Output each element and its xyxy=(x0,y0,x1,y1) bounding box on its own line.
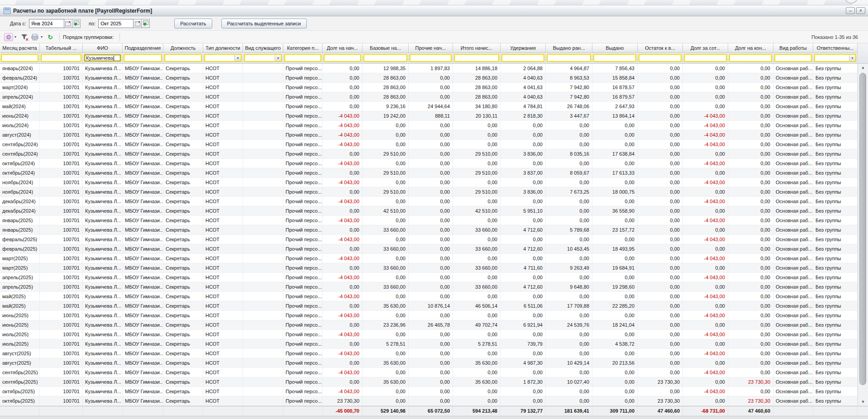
date-to-input[interactable] xyxy=(98,19,134,28)
refresh-icon[interactable]: ↻ xyxy=(45,33,55,42)
column-header-debt-employee[interactable]: Долг за сот... xyxy=(683,43,728,53)
scrollbar-thumb[interactable] xyxy=(859,73,866,385)
table-row[interactable]: июль(2024)100701Кузьмичева Л...МБОУ Гимн… xyxy=(0,121,868,130)
table-row[interactable]: февраль(2025)100701Кузьмичева Л...МБОУ Г… xyxy=(0,235,868,244)
table-row[interactable]: октябрь(2024)100701Кузьмичева Л...МБОУ Г… xyxy=(0,168,868,178)
column-header-employee-kind[interactable]: Вид служащего xyxy=(243,43,283,53)
table-row[interactable]: февраль(2025)100701Кузьмичева Л...МБОУ Г… xyxy=(0,244,868,254)
clear-filter-icon[interactable]: × xyxy=(19,33,29,42)
filter-employee-kind-input[interactable] xyxy=(245,55,275,61)
filter-fio-input[interactable]: Кузьмичева xyxy=(85,55,120,61)
column-header-department[interactable]: Подразделение xyxy=(123,43,163,53)
settings-gear-icon[interactable]: ⚙ xyxy=(4,33,14,42)
table-row[interactable]: ноябрь(2024)100701Кузьмичева Л...МБОУ Ги… xyxy=(0,187,868,197)
filter-position-type-dropdown-icon[interactable]: ▾ xyxy=(234,55,241,61)
table-row[interactable]: июнь(2025)100701Кузьмичева Л...МБОУ Гимн… xyxy=(0,311,868,320)
settings-dropdown-icon[interactable]: ▾ xyxy=(14,35,16,39)
table-row[interactable]: январь(2025)100701Кузьмичева Л...МБОУ Ги… xyxy=(0,225,868,235)
vertical-scrollbar[interactable]: ▲ ▼ xyxy=(858,64,868,406)
column-header-remainder[interactable]: Остаток к в... xyxy=(638,43,683,53)
table-row[interactable]: июль(2025)100701Кузьмичева Л...МБОУ Гимн… xyxy=(0,339,868,349)
table-row[interactable]: август(2024)100701Кузьмичева Л...МБОУ Ги… xyxy=(0,130,868,140)
column-header-month[interactable]: Месяц расчета xyxy=(0,43,40,53)
date-from-input[interactable] xyxy=(29,19,64,28)
calculate-button[interactable]: Рассчитать xyxy=(174,19,212,29)
filter-total-accruals-input[interactable] xyxy=(455,55,498,61)
table-row[interactable]: октябрь(2024)100701Кузьмичева Л...МБОУ Г… xyxy=(0,159,868,168)
column-header-other-accruals[interactable]: Прочие нач... xyxy=(409,43,453,53)
date-from-calendar-icon[interactable] xyxy=(64,19,72,28)
column-header-paid-earlier[interactable]: Выдано ран... xyxy=(546,43,592,53)
print-icon[interactable] xyxy=(30,33,40,42)
date-to-calendar-icon[interactable] xyxy=(134,19,142,28)
calculate-selected-button[interactable]: Рассчитать выделенные записи xyxy=(221,19,307,29)
column-header-paid[interactable]: Выдано xyxy=(592,43,638,53)
filter-category-input[interactable] xyxy=(285,55,320,61)
filter-base-accruals-input[interactable] xyxy=(364,55,406,61)
table-row[interactable]: сентябрь(2025)100701Кузьмичева Л...МБОУ … xyxy=(0,377,868,387)
table-row[interactable]: май(2025)100701Кузьмичева Л...МБОУ Гимна… xyxy=(0,292,868,301)
table-row[interactable]: апрель(2024)100701Кузьмичева Л...МБОУ Ги… xyxy=(0,92,868,102)
table-row[interactable]: август(2025)100701Кузьмичева Л...МБОУ Ги… xyxy=(0,358,868,368)
table-row[interactable]: май(2024)100701Кузьмичева Л...МБОУ Гимна… xyxy=(0,102,868,111)
column-header-total-accruals[interactable]: Итого начис... xyxy=(453,43,501,53)
table-row[interactable]: октябрь(2025)100701Кузьмичева Л...МБОУ Г… xyxy=(0,396,868,406)
column-header-deductions[interactable]: Удержания xyxy=(501,43,546,53)
table-row[interactable]: ноябрь(2024)100701Кузьмичева Л...МБОУ Ги… xyxy=(0,178,868,187)
column-header-base-accruals[interactable]: Базовые на... xyxy=(362,43,409,53)
filter-remainder-input[interactable] xyxy=(639,55,681,61)
date-from-pick-icon[interactable] xyxy=(72,19,81,28)
table-row[interactable]: март(2025)100701Кузьмичева Л...МБОУ Гимн… xyxy=(0,263,868,273)
table-row[interactable]: январь(2024)100701Кузьмичева Л...МБОУ Ги… xyxy=(0,64,868,73)
table-row[interactable]: декабрь(2024)100701Кузьмичева Л...МБОУ Г… xyxy=(0,206,868,216)
filter-debt-end-input[interactable] xyxy=(730,55,771,61)
scroll-down-icon[interactable]: ▼ xyxy=(858,400,868,404)
date-to-pick-icon[interactable] xyxy=(142,19,150,28)
filter-work-type-input[interactable] xyxy=(775,55,811,61)
table-row[interactable]: сентябрь(2024)100701Кузьмичева Л...МБОУ … xyxy=(0,140,868,149)
print-dropdown-icon[interactable]: ▾ xyxy=(41,35,43,39)
table-row[interactable]: октябрь(2025)100701Кузьмичева Л...МБОУ Г… xyxy=(0,387,868,396)
table-row[interactable]: март(2024)100701Кузьмичева Л...МБОУ Гимн… xyxy=(0,83,868,92)
column-header-position[interactable]: Должность xyxy=(163,43,203,53)
table-row[interactable]: июнь(2025)100701Кузьмичева Л...МБОУ Гимн… xyxy=(0,320,868,330)
table-row[interactable]: июнь(2024)100701Кузьмичева Л...МБОУ Гимн… xyxy=(0,111,868,121)
table-row[interactable]: сентябрь(2024)100701Кузьмичева Л...МБОУ … xyxy=(0,149,868,159)
table-row[interactable]: март(2025)100701Кузьмичева Л...МБОУ Гимн… xyxy=(0,254,868,263)
filter-responsible-dropdown-icon[interactable]: ▾ xyxy=(849,55,855,61)
column-header-work-type[interactable]: Вид работы xyxy=(773,43,813,53)
column-header-category[interactable]: Категория п... xyxy=(283,43,323,53)
table-row[interactable]: декабрь(2024)100701Кузьмичева Л...МБОУ Г… xyxy=(0,197,868,206)
scroll-up-icon[interactable]: ▲ xyxy=(858,65,868,70)
filter-month-input[interactable] xyxy=(2,55,38,61)
column-header-responsible[interactable]: Ответственны... xyxy=(813,43,858,53)
table-row[interactable]: май(2025)100701Кузьмичева Л...МБОУ Гимна… xyxy=(0,301,868,311)
table-row[interactable]: апрель(2025)100701Кузьмичева Л...МБОУ Ги… xyxy=(0,282,868,292)
table-row[interactable]: январь(2025)100701Кузьмичева Л...МБОУ Ги… xyxy=(0,216,868,225)
column-header-debt-end[interactable]: Долг на кон... xyxy=(728,43,773,53)
table-row[interactable]: август(2025)100701Кузьмичева Л...МБОУ Ги… xyxy=(0,349,868,358)
filter-deductions-input[interactable] xyxy=(502,55,544,61)
column-header-position-type[interactable]: Тип должности xyxy=(203,43,243,53)
minimize-button[interactable]: – xyxy=(846,7,855,14)
filter-department-input[interactable] xyxy=(124,55,161,61)
filter-paid-input[interactable] xyxy=(594,55,635,61)
filter-debt-employee-input[interactable] xyxy=(685,55,726,61)
table-row[interactable]: июль(2025)100701Кузьмичева Л...МБОУ Гимн… xyxy=(0,330,868,339)
filter-employee-kind-dropdown-icon[interactable]: ▾ xyxy=(275,55,281,61)
filter-position-input[interactable] xyxy=(165,55,201,61)
filter-tab-number-input[interactable] xyxy=(42,55,81,61)
cell-category: Прочий персо... xyxy=(283,330,323,339)
filter-position-type-input[interactable] xyxy=(205,55,234,61)
table-row[interactable]: сентябрь(2025)100701Кузьмичева Л...МБОУ … xyxy=(0,368,868,377)
filter-responsible-input[interactable] xyxy=(815,55,849,61)
column-header-debt-start[interactable]: Долг на нач... xyxy=(323,43,362,53)
column-header-fio[interactable]: ФИО xyxy=(83,43,123,53)
filter-paid-earlier-input[interactable] xyxy=(548,55,590,61)
table-row[interactable]: апрель(2025)100701Кузьмичева Л...МБОУ Ги… xyxy=(0,273,868,282)
close-button[interactable]: × xyxy=(856,7,865,14)
column-header-tab-number[interactable]: Табельный ... xyxy=(40,43,83,53)
filter-other-accruals-input[interactable] xyxy=(410,55,451,61)
filter-debt-start-input[interactable] xyxy=(324,55,360,61)
table-row[interactable]: февраль(2024)100701Кузьмичева Л...МБОУ Г… xyxy=(0,73,868,83)
